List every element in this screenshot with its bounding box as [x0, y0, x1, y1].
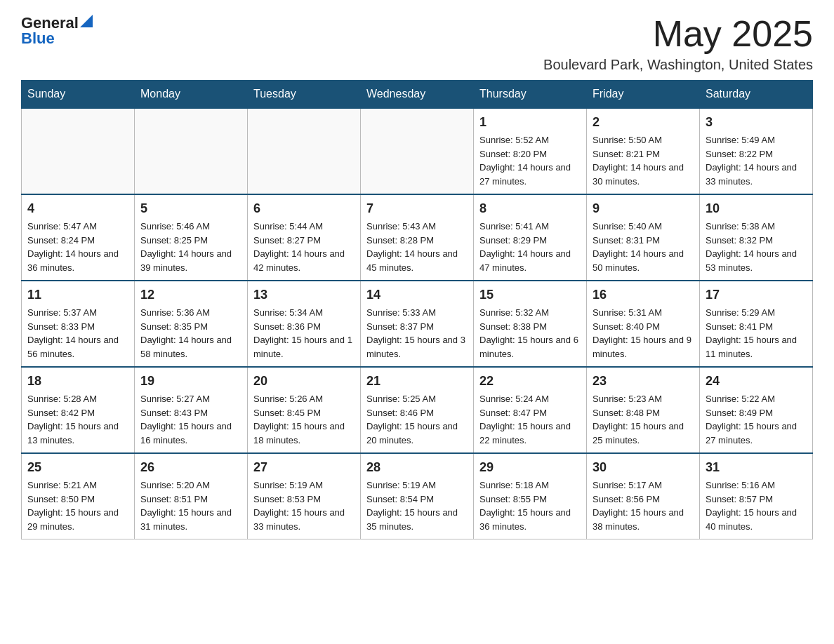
calendar-cell: 20Sunrise: 5:26 AM Sunset: 8:45 PM Dayli… [248, 367, 361, 453]
calendar-cell: 23Sunrise: 5:23 AM Sunset: 8:48 PM Dayli… [587, 367, 700, 453]
calendar-cell: 29Sunrise: 5:18 AM Sunset: 8:55 PM Dayli… [474, 453, 587, 539]
calendar-cell: 24Sunrise: 5:22 AM Sunset: 8:49 PM Dayli… [700, 367, 813, 453]
calendar-cell: 25Sunrise: 5:21 AM Sunset: 8:50 PM Dayli… [22, 453, 135, 539]
header-saturday: Saturday [700, 81, 813, 109]
day-number: 11 [27, 286, 128, 304]
calendar-cell: 17Sunrise: 5:29 AM Sunset: 8:41 PM Dayli… [700, 281, 813, 367]
calendar-cell: 26Sunrise: 5:20 AM Sunset: 8:51 PM Dayli… [135, 453, 248, 539]
month-title: May 2025 [543, 14, 813, 54]
page-header: General Blue May 2025 Boulevard Park, Wa… [21, 14, 813, 73]
title-area: May 2025 Boulevard Park, Washington, Uni… [543, 14, 813, 73]
day-info: Sunrise: 5:24 AM Sunset: 8:47 PM Dayligh… [479, 392, 581, 447]
day-number: 16 [593, 286, 694, 304]
day-number: 18 [27, 372, 128, 391]
day-info: Sunrise: 5:46 AM Sunset: 8:25 PM Dayligh… [140, 220, 241, 274]
calendar-cell: 8Sunrise: 5:41 AM Sunset: 8:29 PM Daylig… [474, 194, 587, 281]
calendar-cell [248, 108, 361, 194]
day-info: Sunrise: 5:32 AM Sunset: 8:38 PM Dayligh… [479, 306, 581, 361]
header-thursday: Thursday [474, 81, 587, 109]
calendar-cell: 3Sunrise: 5:49 AM Sunset: 8:22 PM Daylig… [700, 108, 813, 194]
day-number: 3 [706, 113, 807, 132]
day-info: Sunrise: 5:49 AM Sunset: 8:22 PM Dayligh… [706, 133, 807, 188]
calendar-cell: 21Sunrise: 5:25 AM Sunset: 8:46 PM Dayli… [361, 367, 474, 453]
day-number: 20 [253, 372, 355, 391]
calendar-cell [361, 108, 474, 194]
calendar-cell: 7Sunrise: 5:43 AM Sunset: 8:28 PM Daylig… [361, 194, 474, 281]
day-number: 5 [140, 199, 241, 218]
day-info: Sunrise: 5:41 AM Sunset: 8:29 PM Dayligh… [479, 220, 581, 274]
day-info: Sunrise: 5:31 AM Sunset: 8:40 PM Dayligh… [593, 306, 694, 361]
calendar-week-row: 18Sunrise: 5:28 AM Sunset: 8:42 PM Dayli… [22, 367, 813, 453]
day-number: 29 [479, 458, 581, 477]
day-info: Sunrise: 5:52 AM Sunset: 8:20 PM Dayligh… [479, 133, 581, 188]
day-info: Sunrise: 5:19 AM Sunset: 8:54 PM Dayligh… [366, 478, 468, 533]
day-info: Sunrise: 5:27 AM Sunset: 8:43 PM Dayligh… [140, 392, 241, 447]
day-info: Sunrise: 5:16 AM Sunset: 8:57 PM Dayligh… [706, 478, 807, 533]
day-info: Sunrise: 5:43 AM Sunset: 8:28 PM Dayligh… [366, 220, 468, 274]
calendar-cell: 31Sunrise: 5:16 AM Sunset: 8:57 PM Dayli… [700, 453, 813, 539]
day-info: Sunrise: 5:19 AM Sunset: 8:53 PM Dayligh… [253, 478, 355, 533]
calendar-cell: 28Sunrise: 5:19 AM Sunset: 8:54 PM Dayli… [361, 453, 474, 539]
day-number: 24 [706, 372, 807, 391]
header-wednesday: Wednesday [361, 81, 474, 109]
calendar-cell: 9Sunrise: 5:40 AM Sunset: 8:31 PM Daylig… [587, 194, 700, 281]
day-number: 26 [140, 458, 241, 477]
calendar-cell: 30Sunrise: 5:17 AM Sunset: 8:56 PM Dayli… [587, 453, 700, 539]
header-friday: Friday [587, 81, 700, 109]
day-number: 13 [253, 286, 355, 304]
calendar-cell: 18Sunrise: 5:28 AM Sunset: 8:42 PM Dayli… [22, 367, 135, 453]
day-info: Sunrise: 5:38 AM Sunset: 8:32 PM Dayligh… [706, 220, 807, 274]
svg-marker-0 [80, 15, 93, 27]
day-info: Sunrise: 5:33 AM Sunset: 8:37 PM Dayligh… [366, 306, 468, 361]
day-info: Sunrise: 5:50 AM Sunset: 8:21 PM Dayligh… [593, 133, 694, 188]
day-number: 10 [706, 199, 807, 218]
day-info: Sunrise: 5:21 AM Sunset: 8:50 PM Dayligh… [27, 478, 128, 533]
header-tuesday: Tuesday [248, 81, 361, 109]
calendar-cell: 22Sunrise: 5:24 AM Sunset: 8:47 PM Dayli… [474, 367, 587, 453]
calendar-cell: 5Sunrise: 5:46 AM Sunset: 8:25 PM Daylig… [135, 194, 248, 281]
calendar-cell: 16Sunrise: 5:31 AM Sunset: 8:40 PM Dayli… [587, 281, 700, 367]
calendar-table: SundayMondayTuesdayWednesdayThursdayFrid… [21, 80, 813, 539]
header-sunday: Sunday [22, 81, 135, 109]
calendar-cell: 19Sunrise: 5:27 AM Sunset: 8:43 PM Dayli… [135, 367, 248, 453]
calendar-cell: 6Sunrise: 5:44 AM Sunset: 8:27 PM Daylig… [248, 194, 361, 281]
day-info: Sunrise: 5:29 AM Sunset: 8:41 PM Dayligh… [706, 306, 807, 361]
day-number: 12 [140, 286, 241, 304]
calendar-cell: 4Sunrise: 5:47 AM Sunset: 8:24 PM Daylig… [22, 194, 135, 281]
day-number: 14 [366, 286, 468, 304]
header-monday: Monday [135, 81, 248, 109]
day-number: 4 [27, 199, 128, 218]
day-number: 2 [593, 113, 694, 132]
day-info: Sunrise: 5:36 AM Sunset: 8:35 PM Dayligh… [140, 306, 241, 361]
day-info: Sunrise: 5:20 AM Sunset: 8:51 PM Dayligh… [140, 478, 241, 533]
calendar-cell: 12Sunrise: 5:36 AM Sunset: 8:35 PM Dayli… [135, 281, 248, 367]
day-number: 23 [593, 372, 694, 391]
day-number: 19 [140, 372, 241, 391]
calendar-cell: 2Sunrise: 5:50 AM Sunset: 8:21 PM Daylig… [587, 108, 700, 194]
day-number: 21 [366, 372, 468, 391]
day-number: 7 [366, 199, 468, 218]
day-info: Sunrise: 5:18 AM Sunset: 8:55 PM Dayligh… [479, 478, 581, 533]
day-info: Sunrise: 5:28 AM Sunset: 8:42 PM Dayligh… [27, 392, 128, 447]
calendar-cell [22, 108, 135, 194]
logo-triangle-icon [80, 15, 93, 27]
day-info: Sunrise: 5:25 AM Sunset: 8:46 PM Dayligh… [366, 392, 468, 447]
calendar-cell: 14Sunrise: 5:33 AM Sunset: 8:37 PM Dayli… [361, 281, 474, 367]
calendar-cell [135, 108, 248, 194]
day-number: 28 [366, 458, 468, 477]
day-info: Sunrise: 5:22 AM Sunset: 8:49 PM Dayligh… [706, 392, 807, 447]
location-subtitle: Boulevard Park, Washington, United State… [543, 57, 813, 73]
day-number: 8 [479, 199, 581, 218]
calendar-header-row: SundayMondayTuesdayWednesdayThursdayFrid… [22, 81, 813, 109]
day-number: 30 [593, 458, 694, 477]
day-number: 9 [593, 199, 694, 218]
calendar-week-row: 11Sunrise: 5:37 AM Sunset: 8:33 PM Dayli… [22, 281, 813, 367]
day-info: Sunrise: 5:44 AM Sunset: 8:27 PM Dayligh… [253, 220, 355, 274]
calendar-cell: 15Sunrise: 5:32 AM Sunset: 8:38 PM Dayli… [474, 281, 587, 367]
calendar-cell: 11Sunrise: 5:37 AM Sunset: 8:33 PM Dayli… [22, 281, 135, 367]
day-info: Sunrise: 5:37 AM Sunset: 8:33 PM Dayligh… [27, 306, 128, 361]
calendar-cell: 27Sunrise: 5:19 AM Sunset: 8:53 PM Dayli… [248, 453, 361, 539]
day-number: 15 [479, 286, 581, 304]
day-info: Sunrise: 5:34 AM Sunset: 8:36 PM Dayligh… [253, 306, 355, 361]
day-info: Sunrise: 5:17 AM Sunset: 8:56 PM Dayligh… [593, 478, 694, 533]
